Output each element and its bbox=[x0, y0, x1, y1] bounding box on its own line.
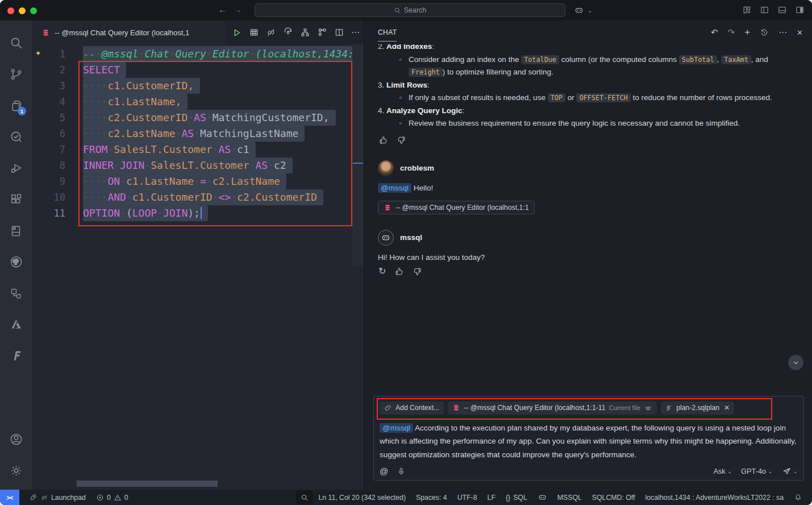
tab-chat[interactable]: CHAT bbox=[378, 20, 397, 44]
mention-chip[interactable]: @mssql bbox=[380, 423, 413, 433]
source-control-icon bbox=[9, 67, 23, 81]
line-number: 10 bbox=[32, 189, 65, 205]
code-line[interactable]: --·@mssql·Chat·Query·Editor·(localhost,1… bbox=[83, 46, 352, 62]
command-center-search[interactable]: Search bbox=[255, 3, 565, 17]
query-plan-icon[interactable] bbox=[300, 27, 310, 38]
database-view-button[interactable] bbox=[2, 215, 30, 246]
testing-view-button[interactable] bbox=[2, 121, 30, 152]
zoom-indicator[interactable] bbox=[296, 490, 313, 504]
notifications-item[interactable] bbox=[789, 490, 807, 505]
mssql-bot-avatar bbox=[378, 230, 394, 246]
chat-input-box[interactable]: Add Context... -- @mssql Chat Query Edit… bbox=[373, 396, 804, 481]
horizontal-scrollbar[interactable] bbox=[77, 481, 218, 487]
mention-picker-icon[interactable]: @ bbox=[380, 466, 388, 476]
run-debug-view-button[interactable] bbox=[2, 152, 30, 184]
source-control-view-button[interactable] bbox=[2, 59, 30, 90]
search-view-button[interactable] bbox=[2, 27, 30, 59]
encoding-item[interactable]: UTF-8 bbox=[452, 490, 482, 505]
explorer-view-button[interactable]: 1 bbox=[2, 90, 30, 121]
code-line[interactable]: OPTION·(LOOP·JOIN); bbox=[83, 205, 352, 221]
copilot-sparkle-icon[interactable]: ✦ bbox=[35, 47, 41, 58]
eol-item[interactable]: LF bbox=[482, 490, 501, 505]
model-picker[interactable]: GPT-4o ⌄ bbox=[741, 467, 773, 475]
run-query-icon[interactable] bbox=[231, 27, 242, 38]
connection-status-item[interactable]: localhost,1434 : AdventureWorksLT2022 : … bbox=[640, 490, 789, 505]
copilot-status-item[interactable] bbox=[532, 490, 552, 505]
toggle-panel-icon[interactable] bbox=[777, 5, 787, 15]
mention-chip[interactable]: @mssql bbox=[378, 183, 411, 193]
redo-icon[interactable]: ↷ bbox=[728, 27, 735, 38]
sqlcmd-status-item[interactable]: SQLCMD: Off bbox=[587, 490, 640, 505]
send-button[interactable]: ⌄ bbox=[782, 466, 798, 476]
code-line[interactable]: FROM·SalesLT.Customer·AS·c1 bbox=[83, 142, 352, 158]
indentation-item[interactable]: Spaces: 4 bbox=[411, 490, 452, 505]
maximize-window-button[interactable] bbox=[30, 7, 37, 14]
user-message-body: Hello! bbox=[414, 184, 434, 192]
cursor-position-item[interactable]: Ln 11, Col 20 (342 selected) bbox=[313, 490, 411, 505]
minimize-window-button[interactable] bbox=[19, 7, 26, 14]
settings-button[interactable] bbox=[2, 455, 30, 486]
split-editor-icon[interactable] bbox=[334, 27, 344, 38]
mssql-status-item[interactable]: MSSQL bbox=[552, 490, 587, 505]
more-actions-icon[interactable]: ⋯ bbox=[778, 27, 787, 38]
extensions-icon bbox=[9, 192, 23, 206]
history-forward-icon[interactable]: → bbox=[234, 5, 242, 14]
code-line[interactable]: ····c2.LastName·AS·MatchingLastName bbox=[83, 126, 352, 142]
code-editor[interactable]: ✦ 1234567891011 --·@mssql·Chat·Query·Edi… bbox=[32, 44, 364, 490]
remote-explorer-view-button[interactable] bbox=[2, 278, 30, 309]
github-view-button[interactable] bbox=[2, 246, 30, 278]
code-line[interactable]: ····c1.CustomerID, bbox=[83, 78, 352, 94]
scroll-to-bottom-button[interactable] bbox=[788, 355, 803, 370]
more-actions-icon[interactable]: ⋯ bbox=[351, 27, 360, 38]
undo-icon[interactable]: ↶ bbox=[711, 27, 718, 38]
new-chat-icon[interactable]: + bbox=[744, 27, 750, 38]
close-window-button[interactable] bbox=[7, 7, 14, 14]
sql-projects-view-button[interactable] bbox=[2, 340, 30, 371]
code-line[interactable]: INNER·JOIN·SalesLT.Customer·AS·c2 bbox=[83, 158, 352, 173]
toggle-secondary-sidebar-icon[interactable] bbox=[795, 5, 805, 15]
copilot-menu-button[interactable]: ⌄ bbox=[574, 5, 592, 15]
indentation-label: Spaces: 4 bbox=[416, 494, 447, 502]
code-line[interactable]: SELECT bbox=[83, 62, 352, 78]
code-line[interactable]: ····ON·c1.LastName·=·c2.LastName bbox=[83, 173, 352, 189]
thumbs-down-icon[interactable] bbox=[397, 135, 406, 145]
mssql-file-icon bbox=[452, 404, 460, 412]
eye-icon[interactable] bbox=[644, 404, 652, 412]
extensions-view-button[interactable] bbox=[2, 184, 30, 215]
estimated-plan-icon[interactable] bbox=[283, 27, 293, 38]
add-context-chip[interactable]: Add Context... bbox=[380, 401, 444, 415]
current-file-context-chip[interactable]: -- @mssql Chat Query Editor (localhost,1… bbox=[448, 401, 657, 415]
problems-status-item[interactable]: 0 0 bbox=[91, 490, 134, 505]
retry-icon[interactable]: ↻ bbox=[378, 266, 386, 276]
overview-ruler[interactable] bbox=[352, 44, 364, 266]
code-line[interactable]: ····AND·c1.CustomerID·<>·c2.CustomerID bbox=[83, 189, 352, 205]
chat-input-text[interactable]: @mssql According to the execution plan s… bbox=[380, 421, 798, 462]
launchpad-status-item[interactable]: Launchpad bbox=[24, 490, 91, 505]
editor-tab[interactable]: -- @mssql Chat Query Editor (localhost,1 bbox=[32, 20, 226, 44]
mssql-file-icon bbox=[41, 28, 50, 37]
avatar bbox=[378, 160, 394, 176]
azure-view-button[interactable] bbox=[2, 309, 30, 340]
line-number: 2 bbox=[32, 62, 65, 78]
chat-history-icon[interactable] bbox=[760, 28, 769, 37]
code-line[interactable]: ····c2.CustomerID·AS·MatchingCustomerID, bbox=[83, 110, 352, 126]
thumbs-up-icon[interactable] bbox=[394, 267, 404, 276]
remote-indicator[interactable]: >< bbox=[0, 490, 19, 505]
remove-context-icon[interactable]: ✕ bbox=[724, 404, 730, 412]
disconnect-icon[interactable] bbox=[266, 27, 276, 38]
results-grid-icon[interactable] bbox=[249, 27, 259, 38]
microphone-icon[interactable] bbox=[397, 467, 406, 476]
thumbs-down-icon[interactable] bbox=[413, 267, 422, 276]
customize-layout-icon[interactable] bbox=[742, 5, 752, 15]
history-back-icon[interactable]: ← bbox=[218, 5, 227, 14]
accounts-button[interactable] bbox=[2, 424, 30, 455]
mode-picker[interactable]: Ask ⌄ bbox=[713, 467, 732, 475]
message-attachment-pill[interactable]: -- @mssql Chat Query Editor (localhost,1… bbox=[378, 201, 535, 214]
sqlplan-context-chip[interactable]: plan-2.sqlplan ✕ bbox=[661, 401, 734, 415]
toggle-primary-sidebar-icon[interactable] bbox=[760, 5, 769, 15]
actual-plan-icon[interactable] bbox=[317, 27, 327, 38]
thumbs-up-icon[interactable] bbox=[378, 135, 388, 145]
language-mode-item[interactable]: {} SQL bbox=[501, 490, 532, 505]
code-line[interactable]: ····c1.LastName, bbox=[83, 94, 352, 110]
close-icon[interactable]: ✕ bbox=[797, 28, 803, 37]
